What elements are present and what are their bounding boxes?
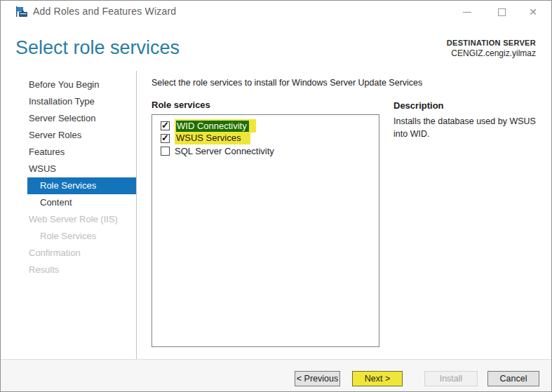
- cancel-button[interactable]: Cancel: [487, 371, 539, 386]
- wizard-steps-sidebar: Before You Begin Installation Type Serve…: [1, 76, 136, 278]
- sidebar-item-wsus[interactable]: WSUS: [1, 161, 136, 177]
- sidebar-item-role-services-selected[interactable]: Role Services: [27, 177, 136, 194]
- titlebar: Add Roles and Features Wizard ✕: [1, 1, 551, 23]
- checkbox-sql-server-connectivity-unchecked[interactable]: [161, 147, 170, 156]
- service-row-sql-server-connectivity[interactable]: SQL Server Connectivity: [161, 144, 379, 157]
- sidebar-item-features[interactable]: Features: [1, 144, 136, 161]
- footer-bar: < Previous Next > Install Cancel: [1, 359, 551, 392]
- sidebar-divider: [136, 71, 137, 359]
- window-title: Add Roles and Features Wizard: [33, 6, 176, 17]
- maximize-button[interactable]: [492, 4, 511, 20]
- service-label: WSUS Services: [175, 132, 250, 144]
- checkbox-wid-connectivity-checked[interactable]: [161, 121, 170, 130]
- destination-server-block: DESTINATION SERVER CENGIZ.cengiz.yilmaz: [447, 39, 536, 58]
- close-button[interactable]: ✕: [523, 4, 543, 20]
- service-label: WID Connectivity: [176, 121, 249, 132]
- install-button: Install: [424, 371, 478, 386]
- service-label: SQL Server Connectivity: [175, 146, 274, 156]
- sidebar-item-server-roles[interactable]: Server Roles: [1, 127, 136, 144]
- description-text: Installs the database used by WSUS into …: [393, 116, 542, 140]
- sidebar-item-role-services-iis: Role Services: [1, 228, 136, 245]
- minimize-button[interactable]: [457, 4, 477, 20]
- destination-server-name: CENGIZ.cengiz.yilmaz: [447, 48, 536, 58]
- previous-button[interactable]: < Previous: [295, 371, 340, 386]
- wizard-icon: [15, 6, 28, 18]
- sidebar-item-installation-type[interactable]: Installation Type: [1, 93, 136, 110]
- service-row-wid-connectivity[interactable]: WID Connectivity: [161, 119, 379, 132]
- sidebar-item-confirmation: Confirmation: [1, 245, 136, 262]
- add-roles-features-wizard-window: Add Roles and Features Wizard ✕ Select r…: [0, 0, 552, 392]
- sidebar-item-web-server-role-iis: Web Server Role (IIS): [1, 211, 136, 228]
- sidebar-item-results: Results: [1, 262, 136, 278]
- role-services-label: Role services: [152, 100, 210, 110]
- page-title: Select role services: [15, 37, 180, 59]
- next-button[interactable]: Next >: [352, 371, 403, 386]
- service-row-wsus-services[interactable]: WSUS Services: [161, 132, 379, 144]
- description-title: Description: [393, 100, 444, 111]
- sidebar-item-before-you-begin[interactable]: Before You Begin: [1, 76, 136, 93]
- checkbox-wsus-services-checked[interactable]: [161, 134, 170, 143]
- highlight-marker: WID Connectivity: [175, 119, 256, 133]
- sidebar-item-content[interactable]: Content: [1, 194, 136, 211]
- sidebar-item-server-selection[interactable]: Server Selection: [1, 110, 136, 127]
- role-services-listbox[interactable]: WID Connectivity WSUS Services SQL Serve…: [152, 114, 379, 347]
- instruction-text: Select the role services to install for …: [152, 78, 422, 88]
- destination-server-label: DESTINATION SERVER: [447, 39, 536, 47]
